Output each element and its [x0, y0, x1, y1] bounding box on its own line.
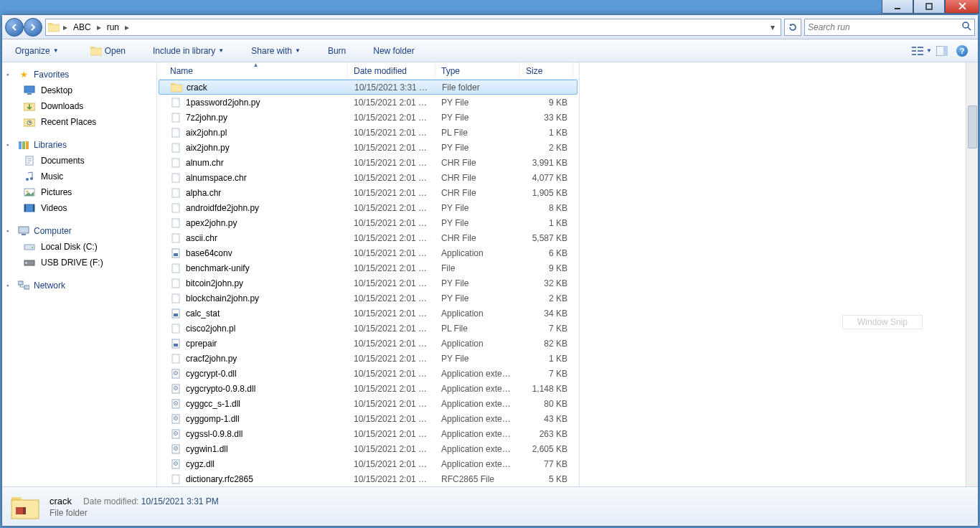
burn-button[interactable]: Burn [321, 42, 353, 60]
file-row[interactable]: base64conv10/15/2021 2:01 PMApplication6… [157, 245, 579, 260]
file-row[interactable]: ascii.chr10/15/2021 2:01 PMCHR File5,587… [157, 230, 579, 245]
search-input[interactable] [808, 22, 961, 32]
navigation-bar: ▸ ABC ▸ run ▸ ▾ [2, 15, 978, 39]
vertical-scrollbar[interactable] [966, 62, 978, 486]
back-button[interactable] [5, 18, 24, 37]
close-button[interactable] [945, 0, 979, 14]
computer-item[interactable]: USB DRIVE (F:) [2, 255, 156, 270]
view-options-button[interactable]: ▼ [912, 42, 932, 60]
computer-header[interactable]: ▪Computer [2, 223, 156, 239]
open-button[interactable]: Open [83, 42, 133, 60]
breadcrumb-abc[interactable]: ABC [70, 20, 94, 34]
maximize-button[interactable] [913, 0, 945, 14]
file-row[interactable]: cygz.dll10/15/2021 2:01 PMApplication ex… [157, 456, 579, 471]
chevron-right-icon[interactable]: ▸ [62, 22, 69, 32]
address-bar[interactable]: ▸ ABC ▸ run ▸ ▾ [45, 19, 781, 36]
svg-rect-15 [24, 86, 34, 93]
file-size-cell: 8 KB [520, 203, 573, 213]
file-row[interactable]: cyggomp-1.dll10/15/2021 2:01 PMApplicati… [157, 411, 579, 426]
favorites-header[interactable]: ▪★Favorites [2, 67, 156, 82]
file-rows[interactable]: crack10/15/2021 3:31 PMFile folder1passw… [157, 80, 579, 486]
file-name: aix2john.py [186, 143, 230, 153]
search-box[interactable] [804, 19, 975, 36]
file-row[interactable]: 1password2john.py10/15/2021 2:01 PMPY Fi… [157, 95, 579, 110]
breadcrumb-run[interactable]: run [104, 20, 122, 34]
file-row[interactable]: apex2john.py10/15/2021 2:01 PMPY File1 K… [157, 215, 579, 230]
network-header[interactable]: ▪Network [2, 278, 156, 293]
file-icon [170, 338, 182, 349]
svg-point-76 [175, 433, 176, 434]
file-row[interactable]: aix2john.py10/15/2021 2:01 PMPY File2 KB [157, 140, 579, 155]
file-size-cell: 2 KB [520, 293, 573, 303]
chevron-down-icon: ▼ [218, 47, 224, 54]
preview-pane-button[interactable] [932, 42, 952, 60]
file-row[interactable]: cisco2john.pl10/15/2021 2:01 PMPL File7 … [157, 321, 579, 336]
computer-item[interactable]: Local Disk (C:) [2, 239, 156, 255]
file-row[interactable]: cprepair10/15/2021 2:01 PMApplication82 … [157, 336, 579, 351]
svg-rect-29 [24, 204, 26, 212]
file-icon [170, 157, 182, 169]
column-size[interactable]: Size [520, 62, 573, 79]
file-type-cell: File folder [436, 82, 521, 93]
libraries-header[interactable]: ▪Libraries [2, 137, 156, 153]
forward-button[interactable] [24, 18, 42, 37]
svg-rect-40 [171, 85, 182, 92]
svg-rect-28 [24, 204, 34, 212]
file-date-cell: 10/15/2021 2:01 PM [348, 263, 435, 273]
refresh-button[interactable] [784, 19, 801, 36]
column-type[interactable]: Type [435, 62, 520, 79]
new-folder-button[interactable]: New folder [366, 42, 421, 60]
file-row[interactable]: cygcrypto-0.9.8.dll10/15/2021 2:01 PMApp… [157, 381, 579, 396]
command-toolbar: Organize▼ Open Include in library▼ Share… [2, 39, 978, 62]
file-row[interactable]: cygwin1.dll10/15/2021 2:01 PMApplication… [157, 441, 579, 456]
chevron-right-icon[interactable]: ▸ [123, 22, 131, 32]
file-type-cell: PY File [435, 218, 520, 228]
chevron-right-icon[interactable]: ▸ [95, 22, 103, 32]
file-row[interactable]: alpha.chr10/15/2021 2:01 PMCHR File1,905… [157, 185, 579, 200]
body: ▪★Favorites DesktopDownloadsRecent Place… [2, 62, 978, 486]
window-snip-label: Window Snip [842, 315, 923, 329]
file-name: aix2john.pl [186, 128, 227, 138]
share-with-menu[interactable]: Share with▼ [244, 42, 308, 60]
file-row[interactable]: blockchain2john.py10/15/2021 2:01 PMPY F… [157, 291, 579, 306]
navigation-pane[interactable]: ▪★Favorites DesktopDownloadsRecent Place… [2, 62, 157, 486]
favorites-item[interactable]: Downloads [2, 98, 156, 114]
file-row[interactable]: cracf2john.py10/15/2021 2:01 PMPY File1 … [157, 351, 579, 366]
scrollbar-thumb[interactable] [968, 105, 977, 148]
file-row[interactable]: dictionary.rfc286510/15/2021 2:01 PMRFC2… [157, 471, 579, 486]
libraries-item[interactable]: Documents [2, 153, 156, 169]
file-row[interactable]: cygcrypt-0.dll10/15/2021 2:01 PMApplicat… [157, 366, 579, 381]
libraries-item[interactable]: Videos [2, 200, 156, 216]
libraries-item[interactable]: Music [2, 169, 156, 184]
file-row[interactable]: alnumspace.chr10/15/2021 2:01 PMCHR File… [157, 170, 579, 185]
minimize-button[interactable] [882, 0, 913, 14]
file-row[interactable]: bitcoin2john.py10/15/2021 2:01 PMPY File… [157, 275, 579, 291]
libraries-item[interactable]: Pictures [2, 184, 156, 200]
svg-rect-38 [24, 286, 29, 289]
file-icon [170, 398, 182, 410]
column-date[interactable]: Date modified [348, 62, 435, 79]
column-name[interactable]: Name▲ [164, 62, 348, 79]
file-date-cell: 10/15/2021 2:01 PM [348, 324, 435, 334]
file-type-cell: Application [435, 248, 520, 258]
address-dropdown-icon[interactable]: ▾ [766, 22, 779, 32]
file-row[interactable]: aix2john.pl10/15/2021 2:01 PMPL File1 KB [157, 125, 579, 140]
svg-rect-87 [23, 507, 26, 514]
file-row[interactable]: 7z2john.py10/15/2021 2:01 PMPY File33 KB [157, 110, 579, 125]
file-row[interactable]: alnum.chr10/15/2021 2:01 PMCHR File3,991… [157, 155, 579, 170]
file-size-cell: 2,605 KB [520, 444, 573, 454]
search-icon[interactable] [961, 21, 971, 33]
file-row[interactable]: androidfde2john.py10/15/2021 2:01 PMPY F… [157, 200, 579, 215]
file-row[interactable]: cygssl-0.9.8.dll10/15/2021 2:01 PMApplic… [157, 426, 579, 441]
file-row[interactable]: benchmark-unify10/15/2021 2:01 PMFile9 K… [157, 260, 579, 275]
organize-menu[interactable]: Organize▼ [8, 42, 66, 60]
file-name: alnumspace.chr [186, 173, 247, 183]
svg-rect-37 [18, 281, 23, 285]
include-library-menu[interactable]: Include in library▼ [146, 42, 231, 60]
help-button[interactable]: ? [952, 42, 972, 60]
favorites-item[interactable]: Recent Places [2, 114, 156, 130]
file-row[interactable]: cyggcc_s-1.dll10/15/2021 2:01 PMApplicat… [157, 396, 579, 411]
file-row[interactable]: calc_stat10/15/2021 2:01 PMApplication34… [157, 306, 579, 321]
file-row[interactable]: crack10/15/2021 3:31 PMFile folder [159, 80, 578, 95]
favorites-item[interactable]: Desktop [2, 82, 156, 98]
